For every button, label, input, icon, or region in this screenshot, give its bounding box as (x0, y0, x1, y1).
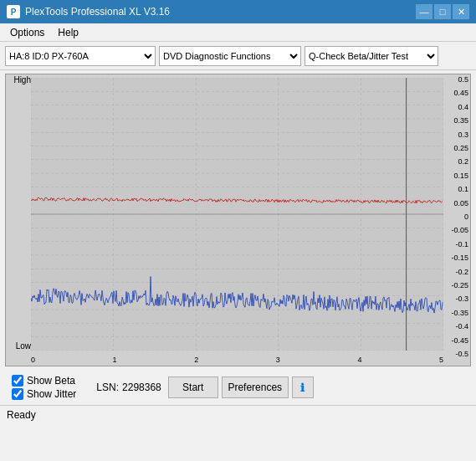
y-right-label-0: 0.5 (458, 76, 468, 84)
toolbar: HA:8 ID:0 PX-760A DVD Diagnostic Functio… (0, 42, 476, 70)
y-right-label-5: 0.25 (453, 145, 468, 152)
show-beta-label: Show Beta (27, 375, 75, 387)
y-right-label-4: 0.3 (458, 131, 468, 139)
x-label-0: 0 (31, 356, 35, 364)
y-right-label-17: -0.35 (451, 310, 468, 317)
y-right-label-2: 0.4 (458, 104, 468, 111)
chart-plot-area (31, 78, 443, 351)
show-jitter-checkbox[interactable] (12, 388, 23, 400)
y-low-label: Low (16, 342, 31, 351)
lsn-label: LSN: (96, 382, 119, 393)
y-right-label-18: -0.4 (455, 323, 468, 330)
show-beta-checkbox[interactable] (12, 375, 23, 387)
drive-select[interactable]: HA:8 ID:0 PX-760A (5, 46, 156, 66)
bottom-panel: Show Beta Show Jitter LSN: 2298368 Start… (5, 370, 471, 405)
function-select[interactable]: DVD Diagnostic Functions (159, 46, 301, 66)
y-right-label-8: 0.1 (458, 186, 468, 193)
y-right-label-12: -0.1 (455, 241, 468, 248)
y-axis-right: 0.50.450.40.350.30.250.20.150.10.050-0.0… (445, 76, 468, 351)
maximize-button[interactable]: □ (434, 4, 451, 19)
x-label-1: 1 (113, 356, 117, 364)
preferences-button[interactable]: Preferences (222, 376, 289, 398)
x-label-4: 4 (357, 356, 361, 364)
y-right-label-19: -0.45 (451, 337, 468, 345)
start-button[interactable]: Start (168, 376, 218, 398)
right-buttons: Start Preferences ℹ (168, 376, 314, 398)
lsn-area: LSN: 2298368 (96, 382, 161, 393)
test-select[interactable]: Q-Check Beta/Jitter Test (305, 46, 438, 66)
y-right-label-20: -0.5 (455, 351, 468, 358)
y-right-label-13: -0.15 (451, 254, 468, 262)
title-bar-buttons: — □ ✕ (416, 4, 469, 19)
y-right-label-3: 0.35 (453, 117, 468, 125)
x-label-5: 5 (439, 356, 443, 364)
x-label-3: 3 (276, 356, 280, 364)
chart-container: High Low 0.50.450.40.350.30.250.20.150.1… (5, 74, 471, 366)
menu-help[interactable]: Help (51, 25, 85, 40)
menu-bar: Options Help (0, 23, 476, 42)
app-icon: P (7, 5, 20, 18)
y-right-label-15: -0.25 (451, 282, 468, 289)
y-right-label-1: 0.45 (453, 90, 468, 97)
title-bar: P PlexTools Professional XL V3.16 — □ ✕ (0, 0, 476, 23)
show-jitter-row: Show Jitter (12, 388, 76, 400)
y-right-label-6: 0.2 (458, 158, 468, 166)
show-beta-row: Show Beta (12, 375, 76, 387)
y-right-label-7: 0.15 (453, 172, 468, 180)
window-title: PlexTools Professional XL V3.16 (25, 6, 416, 18)
close-button[interactable]: ✕ (453, 4, 469, 19)
info-button[interactable]: ℹ (292, 376, 314, 398)
y-high-label: High (13, 76, 31, 85)
menu-options[interactable]: Options (3, 25, 51, 40)
lsn-value: 2298368 (122, 382, 161, 393)
main-area: High Low 0.50.450.40.350.30.250.20.150.1… (0, 70, 476, 405)
y-right-label-10: 0 (464, 213, 468, 221)
y-axis-left: High Low (8, 76, 31, 351)
x-label-2: 2 (194, 356, 198, 364)
y-right-label-9: 0.05 (453, 200, 468, 207)
status-bar: Ready (0, 405, 476, 423)
y-right-label-11: -0.05 (451, 227, 468, 234)
chart-canvas (31, 78, 443, 351)
show-jitter-label: Show Jitter (27, 388, 76, 400)
minimize-button[interactable]: — (416, 4, 432, 19)
checkboxes-area: Show Beta Show Jitter (12, 375, 76, 400)
y-right-label-16: -0.3 (455, 295, 468, 303)
x-axis-labels: 012345 (31, 356, 443, 364)
y-right-label-14: -0.2 (455, 269, 468, 276)
status-text: Ready (7, 409, 36, 421)
